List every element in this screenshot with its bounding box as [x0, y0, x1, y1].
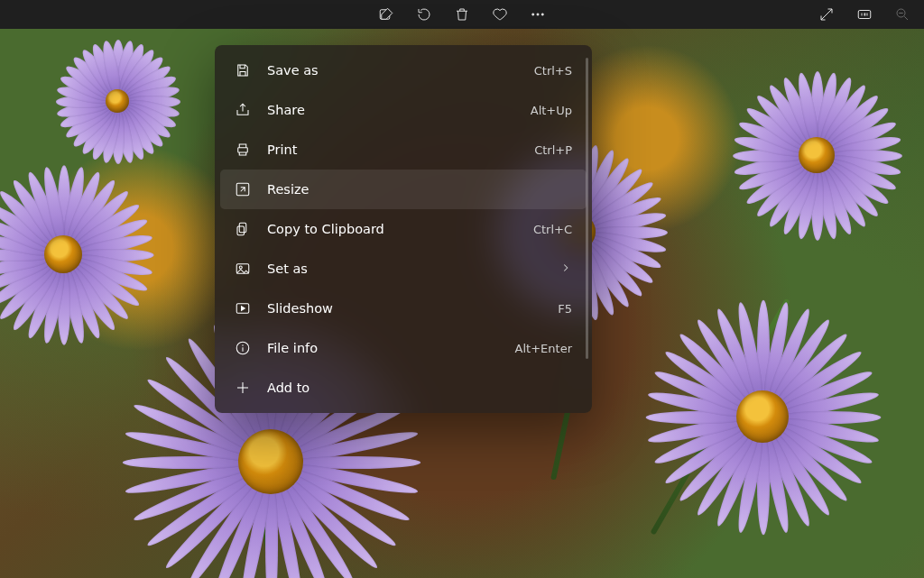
- menu-item-share[interactable]: ShareAlt+Up: [220, 90, 587, 130]
- menu-item-label: Print: [267, 142, 534, 157]
- clipboard-icon: [235, 221, 251, 237]
- menu-item-print[interactable]: PrintCtrl+P: [220, 130, 587, 170]
- edit-image-icon[interactable]: [377, 5, 395, 23]
- menu-item-resize[interactable]: Resize: [220, 170, 587, 209]
- save-icon: [235, 62, 251, 78]
- menu-item-info[interactable]: File infoAlt+Enter: [220, 328, 587, 368]
- menu-item-shortcut: Ctrl+S: [534, 64, 572, 78]
- setas-icon: [235, 261, 251, 277]
- menu-item-shortcut: Ctrl+P: [534, 143, 572, 157]
- menu-item-shortcut: F5: [558, 302, 572, 316]
- menu-item-label: Add to: [267, 381, 572, 395]
- resize-icon: [235, 181, 251, 197]
- menu-item-add[interactable]: Add to: [220, 368, 587, 408]
- share-icon: [235, 102, 251, 118]
- flower: [117, 101, 118, 102]
- menu-item-slideshow[interactable]: SlideshowF5: [220, 289, 587, 328]
- svg-line-6: [904, 16, 908, 20]
- flower: [63, 254, 64, 255]
- menu-item-label: Share: [267, 103, 531, 117]
- flower: [271, 462, 272, 463]
- svg-point-13: [239, 266, 242, 269]
- menu-item-label: Save as: [267, 63, 534, 78]
- svg-point-1: [532, 14, 534, 15]
- slideshow-icon: [235, 300, 251, 317]
- info-icon: [235, 340, 251, 356]
- top-toolbar: [0, 0, 924, 29]
- flower: [762, 417, 763, 417]
- svg-rect-11: [237, 226, 245, 235]
- chevron-right-icon: [559, 261, 572, 277]
- rotate-icon[interactable]: [415, 5, 433, 23]
- menu-item-save[interactable]: Save asCtrl+S: [220, 50, 587, 90]
- menu-item-shortcut: Ctrl+C: [533, 223, 572, 236]
- menu-item-label: File info: [267, 341, 515, 355]
- more-icon[interactable]: [529, 5, 547, 23]
- menu-item-label: Set as: [267, 261, 559, 276]
- context-menu: Save asCtrl+SShareAlt+UpPrintCtrl+PResiz…: [215, 45, 592, 413]
- svg-point-17: [242, 344, 244, 346]
- menu-item-shortcut: Alt+Enter: [515, 342, 572, 355]
- zoom-out-icon[interactable]: [893, 5, 911, 23]
- svg-rect-10: [239, 223, 246, 233]
- menu-item-label: Slideshow: [267, 301, 558, 316]
- svg-point-3: [541, 14, 543, 15]
- menu-item-clipboard[interactable]: Copy to ClipboardCtrl+C: [220, 209, 587, 249]
- menu-item-setas[interactable]: Set as: [220, 249, 587, 289]
- menu-item-shortcut: Alt+Up: [531, 104, 572, 117]
- fullscreen-icon[interactable]: [818, 5, 836, 23]
- menu-item-label: Resize: [267, 182, 572, 197]
- actual-size-icon[interactable]: [855, 5, 873, 23]
- print-icon: [235, 142, 251, 158]
- menu-item-label: Copy to Clipboard: [267, 222, 533, 236]
- favorite-icon[interactable]: [491, 5, 509, 23]
- flower: [817, 155, 818, 156]
- svg-point-2: [537, 14, 539, 15]
- add-icon: [235, 380, 251, 396]
- delete-icon[interactable]: [453, 5, 471, 23]
- svg-rect-8: [238, 148, 248, 152]
